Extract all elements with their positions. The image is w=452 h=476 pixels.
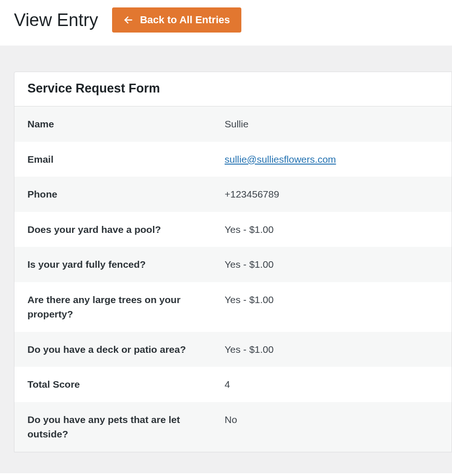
card-header: Service Request Form xyxy=(14,72,452,106)
table-row: Phone +123456789 xyxy=(14,177,452,212)
field-label-name: Name xyxy=(14,106,213,142)
field-value-trees: Yes - $1.00 xyxy=(213,282,452,317)
table-row: Do you have a deck or patio area? Yes - … xyxy=(14,332,452,367)
arrow-left-icon xyxy=(123,15,133,25)
table-row: Does your yard have a pool? Yes - $1.00 xyxy=(14,212,452,247)
field-label-deck: Do you have a deck or patio area? xyxy=(14,332,213,367)
email-link[interactable]: sullie@sulliesflowers.com xyxy=(225,154,336,165)
field-label-email: Email xyxy=(14,142,213,177)
field-label-phone: Phone xyxy=(14,177,213,212)
card-title: Service Request Form xyxy=(27,81,439,96)
field-value-fenced: Yes - $1.00 xyxy=(213,247,452,282)
field-value-phone: +123456789 xyxy=(213,177,452,212)
table-row: Total Score 4 xyxy=(14,367,452,402)
entry-table: Name Sullie Email sullie@sulliesflowers.… xyxy=(14,106,452,452)
field-value-pool: Yes - $1.00 xyxy=(213,212,452,247)
table-row: Is your yard fully fenced? Yes - $1.00 xyxy=(14,247,452,282)
field-value-deck: Yes - $1.00 xyxy=(213,332,452,367)
back-button-label: Back to All Entries xyxy=(140,14,230,26)
field-label-pets: Do you have any pets that are let outsid… xyxy=(14,402,213,452)
table-row: Do you have any pets that are let outsid… xyxy=(14,402,452,452)
field-value-pets: No xyxy=(213,402,452,437)
page-title: View Entry xyxy=(14,10,98,30)
back-to-entries-button[interactable]: Back to All Entries xyxy=(112,7,241,33)
field-value-email: sullie@sulliesflowers.com xyxy=(213,142,452,177)
field-label-fenced: Is your yard fully fenced? xyxy=(14,247,213,282)
table-row: Email sullie@sulliesflowers.com xyxy=(14,142,452,177)
table-row: Name Sullie xyxy=(14,106,452,142)
field-label-trees: Are there any large trees on your proper… xyxy=(14,282,213,332)
page-header: View Entry Back to All Entries xyxy=(0,0,452,46)
content-area: Service Request Form Name Sullie Email s… xyxy=(0,46,452,473)
field-label-pool: Does your yard have a pool? xyxy=(14,212,213,247)
entry-card: Service Request Form Name Sullie Email s… xyxy=(14,72,452,452)
field-label-total-score: Total Score xyxy=(14,367,213,402)
field-value-total-score: 4 xyxy=(213,367,452,402)
field-value-name: Sullie xyxy=(213,106,452,142)
table-row: Are there any large trees on your proper… xyxy=(14,282,452,332)
